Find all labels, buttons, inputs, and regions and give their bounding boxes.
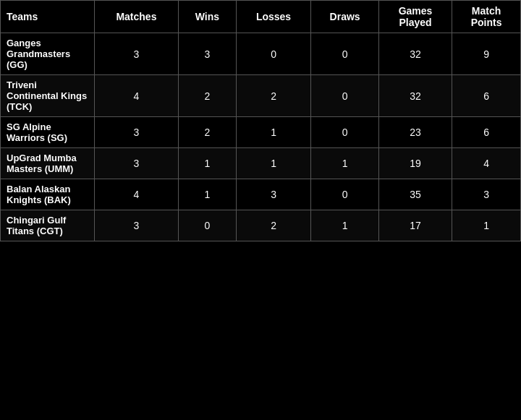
- cell-losses: 0: [236, 33, 311, 75]
- cell-losses: 1: [236, 148, 311, 179]
- cell-draws: 0: [311, 117, 379, 148]
- header-draws: Draws: [311, 1, 379, 33]
- cell-team: Chingari Gulf Titans (CGT): [1, 210, 95, 241]
- cell-wins: 2: [178, 117, 236, 148]
- header-wins: Wins: [178, 1, 236, 33]
- cell-matches: 3: [95, 117, 179, 148]
- cell-match-points: 3: [452, 179, 521, 210]
- table-row: Chingari Gulf Titans (CGT)3021171: [1, 210, 521, 241]
- cell-wins: 1: [178, 148, 236, 179]
- header-games-played: GamesPlayed: [378, 1, 452, 33]
- header-matches: Matches: [95, 1, 179, 33]
- cell-draws: 1: [311, 210, 379, 241]
- cell-match-points: 9: [452, 33, 521, 75]
- cell-games-played: 32: [378, 75, 452, 117]
- cell-losses: 2: [236, 75, 311, 117]
- cell-games-played: 32: [378, 33, 452, 75]
- cell-matches: 3: [95, 210, 179, 241]
- header-losses: Losses: [236, 1, 311, 33]
- table-row: Balan Alaskan Knights (BAK)4130353: [1, 179, 521, 210]
- cell-draws: 0: [311, 179, 379, 210]
- cell-matches: 4: [95, 179, 179, 210]
- cell-games-played: 19: [378, 148, 452, 179]
- cell-matches: 3: [95, 148, 179, 179]
- table-row: UpGrad Mumba Masters (UMM)3111194: [1, 148, 521, 179]
- cell-wins: 0: [178, 210, 236, 241]
- cell-draws: 0: [311, 75, 379, 117]
- cell-draws: 1: [311, 148, 379, 179]
- standings-table: Teams Matches Wins Losses Draws GamesPla…: [0, 0, 521, 241]
- cell-wins: 1: [178, 179, 236, 210]
- cell-losses: 1: [236, 117, 311, 148]
- cell-team: SG Alpine Warriors (SG): [1, 117, 95, 148]
- cell-match-points: 4: [452, 148, 521, 179]
- cell-match-points: 1: [452, 210, 521, 241]
- cell-matches: 4: [95, 75, 179, 117]
- cell-team: UpGrad Mumba Masters (UMM): [1, 148, 95, 179]
- cell-team: Ganges Grandmasters (GG): [1, 33, 95, 75]
- cell-losses: 2: [236, 210, 311, 241]
- table-row: Ganges Grandmasters (GG)3300329: [1, 33, 521, 75]
- cell-matches: 3: [95, 33, 179, 75]
- cell-draws: 0: [311, 33, 379, 75]
- cell-wins: 2: [178, 75, 236, 117]
- cell-games-played: 17: [378, 210, 452, 241]
- cell-games-played: 23: [378, 117, 452, 148]
- cell-losses: 3: [236, 179, 311, 210]
- header-match-points: MatchPoints: [452, 1, 521, 33]
- standings-table-container: Teams Matches Wins Losses Draws GamesPla…: [0, 0, 521, 241]
- cell-match-points: 6: [452, 117, 521, 148]
- cell-match-points: 6: [452, 75, 521, 117]
- table-row: SG Alpine Warriors (SG)3210236: [1, 117, 521, 148]
- cell-team: Triveni Continental Kings (TCK): [1, 75, 95, 117]
- cell-games-played: 35: [378, 179, 452, 210]
- cell-wins: 3: [178, 33, 236, 75]
- table-row: Triveni Continental Kings (TCK)4220326: [1, 75, 521, 117]
- header-teams: Teams: [1, 1, 95, 33]
- cell-team: Balan Alaskan Knights (BAK): [1, 179, 95, 210]
